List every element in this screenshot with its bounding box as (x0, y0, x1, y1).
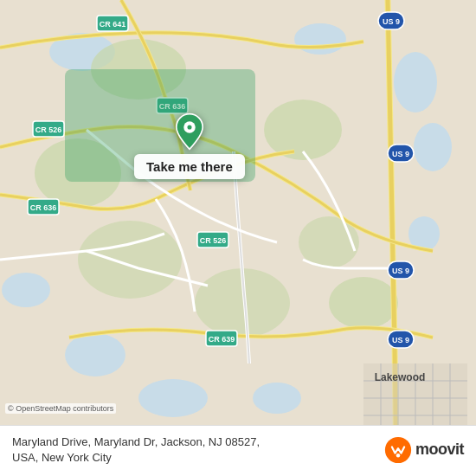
address-text: Maryland Drive, Maryland Dr, Jackson, NJ… (12, 434, 384, 466)
popup-label: Take me there (146, 159, 233, 174)
svg-text:CR 526: CR 526 (200, 236, 227, 245)
osm-text: © OpenStreetMap contributors (8, 404, 113, 413)
svg-text:CR 636: CR 636 (30, 203, 57, 212)
svg-text:US 9: US 9 (392, 336, 409, 344)
map-pin (170, 113, 209, 151)
svg-point-4 (414, 123, 452, 171)
map-popup: Take me there (134, 113, 245, 179)
svg-text:US 9: US 9 (392, 267, 409, 275)
svg-point-51 (396, 453, 400, 457)
svg-text:US 9: US 9 (383, 17, 400, 26)
svg-point-8 (138, 379, 208, 417)
svg-point-12 (264, 100, 342, 160)
svg-text:CR 641: CR 641 (100, 20, 126, 29)
svg-text:CR 526: CR 526 (35, 125, 62, 134)
moovit-logo: moovit (384, 436, 464, 464)
popup-bubble[interactable]: Take me there (134, 154, 245, 179)
svg-point-2 (294, 23, 346, 55)
svg-point-6 (2, 273, 50, 307)
moovit-icon (384, 436, 412, 464)
moovit-text: moovit (415, 441, 464, 459)
svg-point-9 (253, 383, 301, 414)
svg-point-15 (78, 221, 182, 299)
svg-text:US 9: US 9 (392, 150, 409, 158)
address-line2: USA, New York City (12, 451, 112, 464)
svg-text:Lakewood: Lakewood (375, 371, 426, 383)
osm-attribution: © OpenStreetMap contributors (5, 403, 116, 414)
svg-point-49 (187, 125, 191, 129)
bottom-bar: Maryland Drive, Maryland Dr, Jackson, NJ… (0, 425, 476, 476)
svg-point-13 (329, 277, 398, 329)
map-container: CR 641 US 9 CR 526 CR 636 CR 636 US 9 CR… (0, 0, 476, 476)
svg-point-7 (65, 333, 125, 376)
address-line1: Maryland Drive, Maryland Dr, Jackson, NJ… (12, 435, 260, 448)
svg-point-3 (394, 52, 437, 113)
svg-text:CR 639: CR 639 (209, 335, 235, 344)
